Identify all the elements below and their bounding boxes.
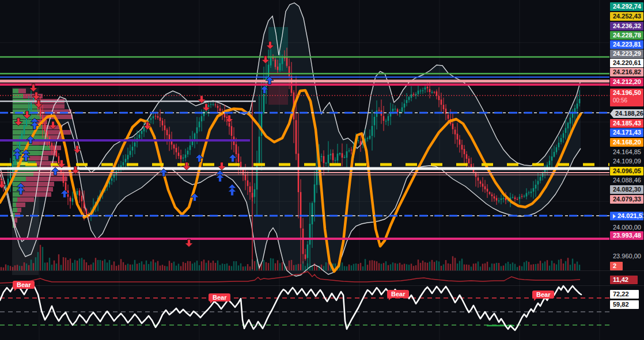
price-label: 24.171,43 [610, 128, 643, 137]
price-label: 24.096,05 [610, 167, 643, 175]
price-label: 24.021,51 [610, 212, 643, 220]
price-label: 23.993,48 [610, 231, 643, 240]
price-label: 24.223,29 [610, 49, 643, 58]
oscillator-panel [0, 284, 609, 330]
price-label: 2 [610, 262, 623, 270]
price-label: 24.216,82 [610, 68, 643, 77]
price-label: 24.109,09 [610, 157, 643, 166]
chart-canvas[interactable] [0, 0, 644, 340]
current-price-label: 24.196,5000:56 [610, 89, 643, 106]
position-arrow-icon [613, 214, 616, 219]
price-label: 24.292,74 [610, 2, 643, 11]
price-label: 11,42 [610, 276, 638, 284]
buy-arrow-icon [228, 188, 236, 196]
bear-signal-badge: Bear [387, 290, 409, 298]
price-label: 24.223,81 [610, 40, 643, 49]
bear-signal-badge: Bear [209, 293, 230, 301]
price-label: 24.079,33 [610, 195, 643, 204]
sell-arrow-icon [185, 239, 193, 247]
bear-signal-badge: Bear [532, 291, 554, 299]
panel-separators [0, 271, 644, 286]
price-label: 24.185,43 [610, 119, 643, 128]
sell-arrow-icon [198, 95, 206, 104]
trading-chart-window: BearBearBearBear 24.292,7424.252,4324.23… [0, 0, 644, 340]
price-label: 24.212,20 [610, 78, 643, 86]
price-scale[interactable]: 24.292,7424.252,4324.236,3224.228,7824.2… [609, 0, 644, 340]
price-label: 72,22 [610, 290, 639, 299]
oscillator-line [0, 284, 581, 330]
price-label: 24.082,30 [610, 185, 643, 194]
price-label: 24.188,26 [610, 109, 643, 118]
price-label: 24.252,43 [610, 12, 643, 21]
price-label: 24.168,20 [610, 138, 643, 147]
price-label: 24.228,78 [610, 31, 643, 40]
buy-arrow-icon [216, 174, 224, 182]
countdown-timer: 00:56 [613, 97, 643, 104]
price-label: 23.960,00 [610, 252, 643, 261]
bear-signal-badge: Bear [13, 281, 35, 289]
price-label: 24.236,32 [610, 22, 643, 30]
price-label: 24.220,61 [610, 59, 643, 67]
price-label: 24.164,85 [610, 148, 643, 156]
price-label: 24.088,46 [610, 176, 643, 185]
price-label: 24.000,00 [610, 223, 643, 232]
price-label: 59,82 [610, 300, 639, 309]
